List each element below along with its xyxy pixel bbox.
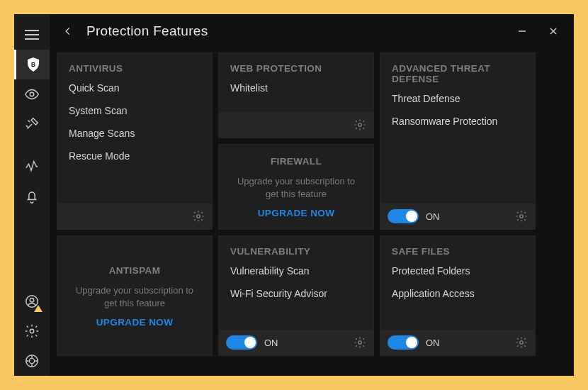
card-title: VULNERABILITY — [219, 236, 373, 264]
upgrade-description: Upgrade your subscription to get this fe… — [219, 174, 373, 207]
upgrade-now-link[interactable]: UPGRADE NOW — [258, 208, 335, 228]
back-button[interactable] — [60, 23, 77, 40]
svg-point-7 — [29, 358, 34, 363]
card-vulnerability: VULNERABILITY Vulnerability Scan Wi-Fi S… — [218, 235, 374, 356]
card-antivirus: ANTIVIRUS Quick Scan System Scan Manage … — [57, 52, 213, 230]
upgrade-now-link[interactable]: UPGRADE NOW — [96, 317, 174, 338]
account-icon[interactable] — [14, 286, 50, 316]
application-access[interactable]: Application Access — [392, 286, 524, 301]
wifi-security-advisor[interactable]: Wi-Fi Security Advisor — [230, 286, 362, 301]
protected-folders[interactable]: Protected Folders — [392, 264, 524, 278]
upgrade-description: Upgrade your subscription to get this fe… — [57, 283, 212, 316]
antivirus-manage-scans[interactable]: Manage Scans — [69, 126, 200, 140]
card-title: ANTISPAM — [57, 254, 212, 283]
gear-icon[interactable] — [515, 336, 528, 349]
atd-toggle[interactable] — [388, 209, 419, 223]
web-whitelist[interactable]: Whitelist — [230, 81, 362, 95]
atd-threat-defense[interactable]: Threat Defense — [392, 91, 524, 106]
svg-point-13 — [520, 215, 524, 218]
activity-icon[interactable] — [14, 152, 50, 182]
svg-point-12 — [358, 123, 362, 127]
card-antispam: ANTISPAM Upgrade your subscription to ge… — [57, 235, 213, 356]
card-firewall: FIREWALL Upgrade your subscription to ge… — [218, 144, 374, 230]
close-button[interactable] — [547, 25, 560, 38]
sidebar: BB — [14, 14, 50, 376]
svg-point-15 — [520, 341, 524, 345]
cards-grid: ANTIVIRUS Quick Scan System Scan Manage … — [50, 48, 574, 376]
card-safe-files: SAFE FILES Protected Folders Application… — [380, 235, 536, 356]
titlebar: Protection Features — [50, 14, 574, 48]
vulnerability-scan[interactable]: Vulnerability Scan — [230, 264, 362, 278]
alert-badge-icon — [34, 305, 43, 312]
card-title: SAFE FILES — [380, 236, 535, 264]
help-icon[interactable] — [14, 346, 50, 376]
app-window: BB Protect — [14, 14, 574, 376]
page-title: Protection Features — [86, 23, 208, 39]
svg-point-5 — [30, 329, 34, 333]
antivirus-quick-scan[interactable]: Quick Scan — [69, 81, 200, 95]
tools-icon[interactable] — [14, 109, 50, 139]
toggle-label: ON — [426, 338, 440, 348]
svg-point-4 — [30, 298, 34, 302]
gear-icon[interactable] — [515, 210, 528, 223]
card-web-protection: WEB PROTECTION Whitelist — [218, 52, 374, 138]
menu-icon[interactable] — [14, 20, 50, 50]
safefiles-toggle[interactable] — [388, 335, 419, 350]
eye-icon[interactable] — [14, 79, 50, 109]
svg-point-11 — [197, 215, 200, 218]
card-title: ANTIVIRUS — [57, 53, 212, 81]
toggle-label: ON — [264, 338, 278, 348]
shield-icon[interactable]: BB — [14, 50, 50, 79]
settings-icon[interactable] — [14, 316, 50, 346]
svg-point-2 — [30, 92, 34, 96]
antivirus-rescue-mode[interactable]: Rescue Mode — [69, 149, 200, 163]
card-title: WEB PROTECTION — [219, 53, 373, 81]
card-title: ADVANCED THREAT DEFENSE — [380, 53, 535, 91]
main-area: Protection Features ANTIVIRUS Quick Scan… — [50, 14, 574, 376]
toggle-label: ON — [426, 211, 440, 222]
vulnerability-toggle[interactable] — [226, 335, 257, 350]
bell-icon[interactable] — [14, 182, 50, 211]
minimize-button[interactable] — [516, 25, 528, 38]
atd-ransomware-protection[interactable]: Ransomware Protection — [392, 114, 524, 128]
card-advanced-threat-defense: ADVANCED THREAT DEFENSE Threat Defense R… — [380, 52, 536, 230]
gear-icon[interactable] — [192, 210, 205, 223]
svg-point-14 — [358, 341, 362, 345]
gear-icon[interactable] — [354, 336, 366, 349]
antivirus-system-scan[interactable]: System Scan — [69, 104, 200, 118]
gear-icon[interactable] — [354, 118, 366, 131]
svg-text:B: B — [31, 62, 35, 68]
card-title: FIREWALL — [219, 145, 373, 174]
